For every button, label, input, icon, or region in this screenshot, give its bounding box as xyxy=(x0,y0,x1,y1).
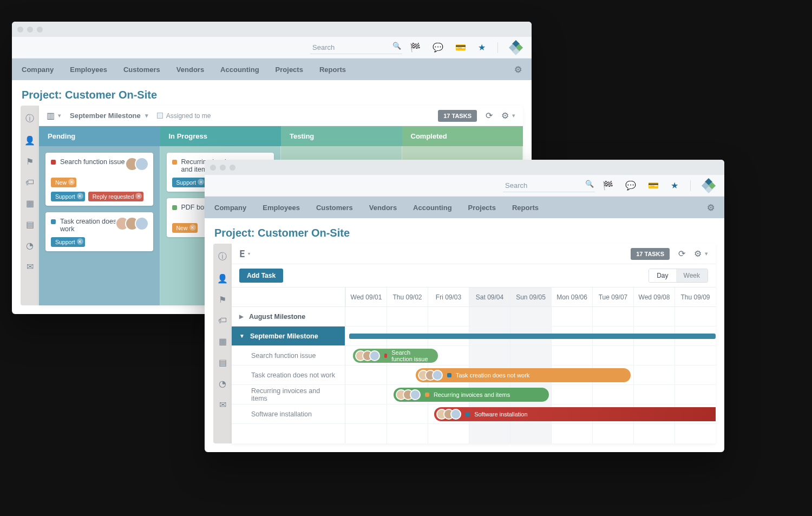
gantt-bar[interactable]: Task creation does not work xyxy=(416,368,631,382)
day-header: Wed 09/08 xyxy=(633,288,675,306)
settings-icon[interactable]: ⚙ xyxy=(514,64,522,75)
app-logo-icon[interactable] xyxy=(703,180,715,192)
dashboard-icon[interactable]: 🏁 xyxy=(603,180,613,191)
chat-icon[interactable]: 💬 xyxy=(625,180,636,191)
task-row[interactable]: Software installation xyxy=(232,404,345,424)
nav-vendors[interactable]: Vendors xyxy=(176,66,204,74)
refresh-icon[interactable]: ⟳ xyxy=(678,249,685,259)
nav-accounting[interactable]: Accounting xyxy=(413,204,452,212)
add-task-button[interactable]: Add Task xyxy=(239,269,283,283)
chip-remove-icon[interactable]: ✕ xyxy=(68,179,75,185)
day-header: Sat 09/04 xyxy=(469,288,510,306)
messages-icon[interactable] xyxy=(27,262,34,272)
toggle-day[interactable]: Day xyxy=(649,269,676,282)
search-input[interactable] xyxy=(503,179,595,192)
chip-remove-icon[interactable]: ✕ xyxy=(135,193,142,199)
kanban-headers: Pending In Progress Testing Completed xyxy=(39,126,523,146)
tag-icon[interactable] xyxy=(218,316,227,325)
task-row[interactable]: Search function issue xyxy=(232,346,345,365)
traffic-light[interactable] xyxy=(220,165,226,171)
flag-icon[interactable] xyxy=(219,295,226,305)
milestone-row[interactable]: ▼September Milestone xyxy=(232,326,345,346)
traffic-light[interactable] xyxy=(27,27,33,32)
collapse-icon: ▶ xyxy=(239,313,244,319)
nav-employees[interactable]: Employees xyxy=(70,66,107,74)
card-icon[interactable]: 💳 xyxy=(648,180,659,191)
star-icon[interactable]: ★ xyxy=(671,180,678,191)
gantt-view-icon[interactable]: E xyxy=(239,248,250,259)
assigned-to-me-filter[interactable]: Assigned to me xyxy=(157,112,211,120)
info-icon[interactable]: ⓘ xyxy=(218,251,227,263)
column-header-pending: Pending xyxy=(39,126,160,146)
user-icon[interactable]: 👤 xyxy=(24,135,35,146)
card-icon[interactable]: 💳 xyxy=(455,42,466,53)
chip-new[interactable]: New✕ xyxy=(172,223,198,233)
search-icon[interactable]: 🔍 xyxy=(392,42,401,50)
checkbox-icon xyxy=(157,113,163,119)
milestone-selector[interactable]: September Milestone xyxy=(70,112,148,120)
nav-customers[interactable]: Customers xyxy=(123,66,160,74)
gantt-bar[interactable]: Search function issue xyxy=(353,349,438,363)
settings-icon[interactable]: ⚙ xyxy=(707,203,715,213)
gantt-bar[interactable]: Software installation xyxy=(434,407,716,421)
traffic-light[interactable] xyxy=(230,165,235,171)
chat-icon[interactable]: 💬 xyxy=(433,42,443,53)
traffic-light[interactable] xyxy=(37,27,43,32)
nav-reports[interactable]: Reports xyxy=(319,66,346,74)
gantt-bar[interactable]: Recurring invoices and items xyxy=(394,388,549,402)
milestone-bar[interactable] xyxy=(349,334,716,339)
nav-vendors[interactable]: Vendors xyxy=(369,204,397,212)
nav-accounting[interactable]: Accounting xyxy=(220,66,259,74)
options-icon[interactable]: ⚙ xyxy=(501,110,515,121)
traffic-light[interactable] xyxy=(17,27,23,32)
left-rail: ⓘ 👤 xyxy=(213,244,232,443)
tag-icon[interactable] xyxy=(25,178,34,187)
chip-support[interactable]: Support✕ xyxy=(51,237,85,247)
calendar-icon[interactable] xyxy=(219,336,227,347)
chip-support[interactable]: Support✕ xyxy=(51,192,85,201)
task-count-badge: 17 TASKS xyxy=(438,110,477,122)
nav-projects[interactable]: Projects xyxy=(468,204,496,212)
chip-remove-icon[interactable]: ✕ xyxy=(77,238,83,245)
traffic-light[interactable] xyxy=(210,165,216,171)
kanban-card[interactable]: Task creation does not work Support✕ xyxy=(45,212,153,251)
nav-employees[interactable]: Employees xyxy=(263,204,300,212)
calendar-icon[interactable] xyxy=(26,198,34,208)
chart-icon[interactable] xyxy=(26,240,34,251)
options-icon[interactable]: ⚙ xyxy=(694,249,708,259)
day-header: Thu 09/02 xyxy=(387,288,428,306)
nav-company[interactable]: Company xyxy=(214,204,246,212)
task-row[interactable]: Task creation does not work xyxy=(232,365,345,385)
messages-icon[interactable] xyxy=(219,400,226,410)
gantt-action-row: Add Task Day Week xyxy=(232,264,716,287)
nav-customers[interactable]: Customers xyxy=(316,204,353,212)
chip-remove-icon[interactable]: ✕ xyxy=(77,193,83,199)
task-row[interactable]: Recurring invoices and items xyxy=(232,385,345,404)
chip-support[interactable]: Support✕ xyxy=(172,178,206,187)
user-icon[interactable]: 👤 xyxy=(217,273,228,284)
archive-icon[interactable] xyxy=(26,219,34,230)
nav-reports[interactable]: Reports xyxy=(512,204,539,212)
search-input[interactable] xyxy=(310,41,402,54)
nav-company[interactable]: Company xyxy=(22,66,54,74)
refresh-icon[interactable]: ⟳ xyxy=(486,110,493,121)
archive-icon[interactable] xyxy=(219,357,227,368)
info-icon[interactable]: ⓘ xyxy=(25,113,34,125)
kanban-card[interactable]: Search function issue New✕ Support✕ Repl… xyxy=(45,153,153,206)
flag-icon[interactable] xyxy=(26,156,34,167)
chip-reply-requested[interactable]: Reply requested✕ xyxy=(88,192,143,201)
priority-dot xyxy=(51,219,56,224)
chip-new[interactable]: New✕ xyxy=(51,178,76,187)
chart-icon[interactable] xyxy=(219,378,226,389)
chip-remove-icon[interactable]: ✕ xyxy=(198,179,204,185)
chip-remove-icon[interactable]: ✕ xyxy=(189,224,196,231)
view-toggle-icon[interactable]: ▥ xyxy=(47,110,61,121)
dashboard-icon[interactable]: 🏁 xyxy=(410,42,421,53)
nav-projects[interactable]: Projects xyxy=(276,66,303,74)
gantt-panel: E 17 TASKS ⟳ ⚙ Add Task Day Week ▶August… xyxy=(232,244,716,443)
milestone-row[interactable]: ▶August Milestone xyxy=(232,307,345,326)
star-icon[interactable]: ★ xyxy=(478,42,486,53)
app-logo-icon[interactable] xyxy=(510,42,522,54)
search-icon[interactable]: 🔍 xyxy=(585,180,594,188)
toggle-week[interactable]: Week xyxy=(676,269,708,282)
